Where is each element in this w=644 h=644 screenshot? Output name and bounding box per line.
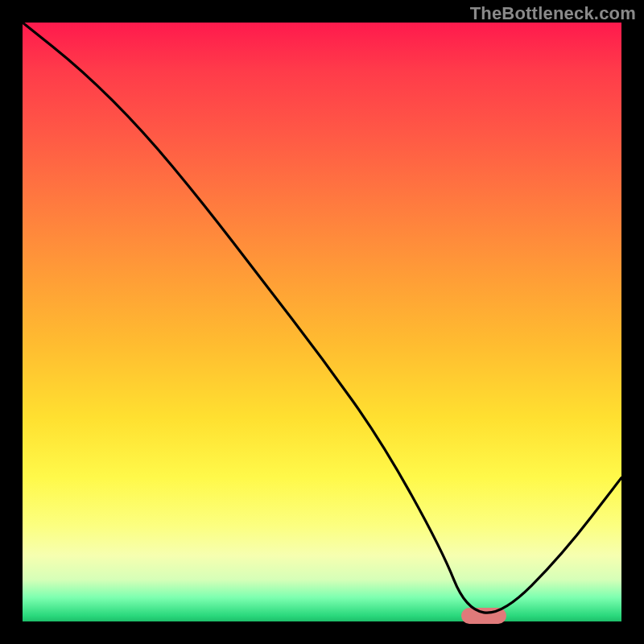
chart-frame: TheBottleneck.com — [0, 0, 644, 644]
watermark-text: TheBottleneck.com — [470, 3, 636, 24]
plot-area — [23, 23, 621, 621]
curve-path — [23, 23, 621, 613]
bottleneck-curve — [23, 23, 621, 621]
optimum-marker — [461, 608, 506, 624]
